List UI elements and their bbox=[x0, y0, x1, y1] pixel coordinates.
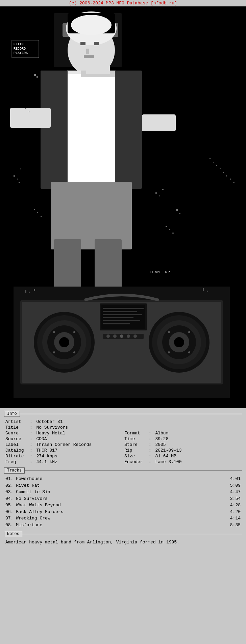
svg-rect-13 bbox=[142, 114, 176, 131]
svg-point-40 bbox=[59, 337, 69, 347]
track-title: 01. Powerhouse bbox=[5, 476, 42, 482]
artist-sep: : bbox=[30, 419, 32, 424]
info-label: Info bbox=[4, 411, 20, 417]
svg-rect-94 bbox=[84, 55, 94, 58]
svg-rect-10 bbox=[115, 71, 142, 189]
ascii-art-svg: ELITE RECORD PLAYERS bbox=[0, 6, 246, 408]
tracks-label: Tracks bbox=[4, 467, 25, 474]
svg-rect-59 bbox=[103, 314, 142, 315]
info-table: Artist : October 31 Title : No Survivors bbox=[4, 419, 242, 465]
info-row-genre-format: Genre : Heavy Metal Format : Album bbox=[4, 430, 242, 436]
site-header: (c) 2006-2024 MP3 NFO Database [nfodb.ru… bbox=[0, 0, 246, 6]
freq-value: 44.1 kHz bbox=[36, 459, 57, 464]
bitrate-value: 274 kbps bbox=[36, 454, 57, 459]
copyright-link[interactable]: (c) 2006-2024 MP3 NFO Database [nfodb.ru… bbox=[69, 1, 177, 6]
svg-point-50 bbox=[174, 337, 184, 347]
svg-text:TEAM ERP: TEAM ERP bbox=[150, 270, 170, 274]
svg-rect-28 bbox=[34, 74, 36, 76]
svg-rect-23 bbox=[162, 189, 164, 190]
notes-text: American heavy metal band from Arlington… bbox=[5, 539, 241, 546]
track-item: 06. Back Alley Murders4:20 bbox=[4, 509, 242, 515]
source-sep: : bbox=[30, 436, 32, 441]
tracks-section-header: Tracks bbox=[4, 467, 242, 474]
svg-rect-19 bbox=[19, 182, 20, 183]
svg-rect-88 bbox=[166, 226, 167, 227]
svg-rect-18 bbox=[17, 179, 18, 180]
track-item: 07. Wrecking Crew4:14 bbox=[4, 515, 242, 522]
freq-label: Freq bbox=[5, 459, 26, 464]
svg-rect-96 bbox=[94, 42, 99, 45]
title-sep: : bbox=[30, 425, 32, 430]
size-sep: : bbox=[149, 454, 151, 459]
svg-rect-76 bbox=[29, 111, 29, 112]
time-value: 39:28 bbox=[155, 436, 168, 441]
svg-rect-73 bbox=[203, 288, 204, 291]
title-label: Title bbox=[5, 425, 26, 430]
track-item: 03. Commit to Sin4:47 bbox=[4, 489, 242, 495]
notes-section-line bbox=[22, 534, 242, 534]
label-value: Thrash Corner Records bbox=[36, 442, 92, 447]
svg-rect-31 bbox=[179, 213, 180, 214]
svg-rect-62 bbox=[103, 323, 130, 324]
rip-value: 2021-09-13 bbox=[155, 448, 181, 453]
label-field-label: Label bbox=[5, 442, 26, 447]
track-duration: 3:54 bbox=[227, 495, 241, 502]
notes-label: Notes bbox=[4, 531, 22, 537]
svg-point-68 bbox=[133, 334, 137, 338]
svg-point-52 bbox=[188, 331, 190, 333]
info-section: Info Artist : October 31 bbox=[4, 411, 242, 465]
freq-sep: : bbox=[30, 459, 32, 464]
svg-point-43 bbox=[53, 351, 55, 353]
svg-rect-74 bbox=[207, 291, 208, 292]
title-value: No Survivors bbox=[36, 425, 68, 430]
size-value: 81.64 MB bbox=[155, 454, 176, 459]
svg-point-66 bbox=[120, 334, 123, 338]
encoder-value: Lame 3.100 bbox=[155, 459, 181, 464]
track-duration: 4:47 bbox=[227, 489, 241, 495]
svg-rect-17 bbox=[14, 175, 15, 177]
genre-label: Genre bbox=[5, 431, 26, 436]
svg-rect-9 bbox=[41, 71, 68, 189]
svg-rect-58 bbox=[103, 311, 137, 312]
info-row-label-store: Label : Thrash Corner Records Store : 20… bbox=[4, 442, 242, 448]
svg-rect-21 bbox=[155, 192, 157, 194]
size-label: Size bbox=[124, 454, 145, 459]
svg-rect-75 bbox=[25, 108, 26, 109]
svg-point-44 bbox=[73, 351, 75, 353]
svg-rect-92 bbox=[86, 65, 110, 74]
svg-rect-82 bbox=[226, 175, 227, 177]
page-wrapper: (c) 2006-2024 MP3 NFO Database [nfodb.ru… bbox=[0, 0, 246, 546]
track-title: 03. Commit to Sin bbox=[5, 489, 50, 495]
track-item: 01. Powerhouse4:01 bbox=[4, 476, 242, 482]
notes-section-header: Notes bbox=[4, 531, 242, 537]
catalog-label: Catalog bbox=[5, 448, 26, 453]
svg-rect-71 bbox=[29, 292, 30, 293]
svg-rect-30 bbox=[176, 209, 178, 211]
svg-rect-72 bbox=[34, 289, 35, 291]
svg-rect-57 bbox=[103, 308, 144, 309]
track-item: 02. Rivet Rat5:09 bbox=[4, 482, 242, 489]
svg-rect-84 bbox=[233, 182, 235, 183]
bitrate-sep: : bbox=[30, 454, 32, 459]
time-sep: : bbox=[149, 436, 151, 441]
svg-rect-89 bbox=[169, 229, 170, 230]
store-sep: : bbox=[149, 442, 151, 447]
svg-rect-80 bbox=[220, 168, 221, 169]
svg-rect-20 bbox=[20, 168, 21, 169]
svg-point-7 bbox=[71, 15, 112, 35]
track-duration: 8:35 bbox=[227, 522, 241, 529]
svg-point-67 bbox=[127, 334, 130, 338]
svg-rect-22 bbox=[159, 195, 160, 196]
svg-rect-29 bbox=[36, 76, 38, 78]
catalog-sep: : bbox=[30, 448, 32, 453]
track-duration: 4:28 bbox=[227, 502, 241, 509]
svg-rect-86 bbox=[37, 212, 38, 213]
store-value: 2005 bbox=[155, 442, 166, 447]
info-row-source-time: Source : CDDA Time : 39:28 bbox=[4, 436, 242, 442]
svg-point-53 bbox=[168, 351, 170, 353]
artist-label: Artist bbox=[5, 419, 26, 424]
track-item: 05. What Waits Beyond4:28 bbox=[4, 502, 242, 509]
svg-rect-70 bbox=[25, 290, 26, 293]
genre-value: Heavy Metal bbox=[36, 431, 65, 436]
svg-point-65 bbox=[113, 334, 117, 338]
